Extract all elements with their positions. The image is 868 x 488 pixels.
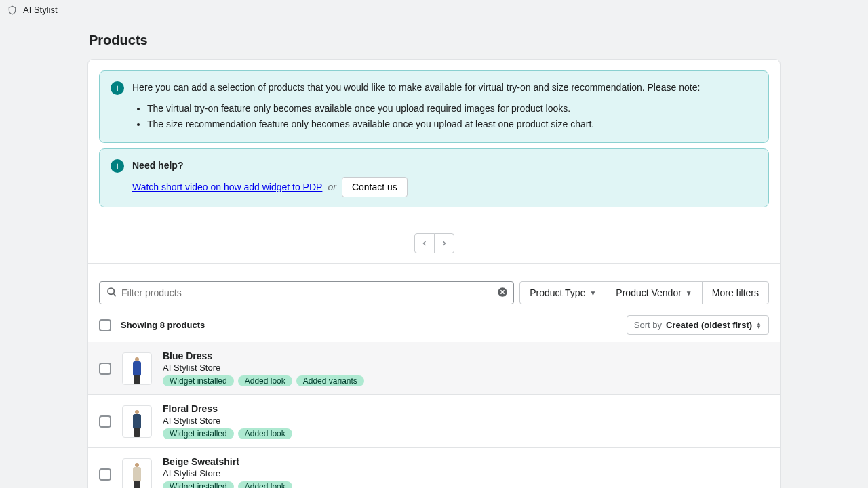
clear-search-icon[interactable]	[497, 287, 508, 300]
help-banner-title: Need help?	[132, 159, 757, 173]
svg-point-0	[108, 288, 114, 294]
product-tag: Added look	[238, 375, 292, 386]
product-thumbnail	[122, 352, 152, 385]
info-icon: i	[111, 159, 124, 173]
select-all-checkbox[interactable]	[99, 319, 111, 331]
info-banner-bullet: The virtual try-on feature only becomes …	[147, 102, 757, 116]
main-card: i Here you can add a selection of produc…	[87, 59, 781, 488]
prev-page-button[interactable]	[414, 233, 435, 253]
svg-line-1	[113, 293, 116, 296]
product-tag: Added look	[238, 481, 292, 488]
info-banner-text: Here you can add a selection of products…	[132, 81, 757, 95]
page-title: Products	[87, 33, 781, 59]
meta-row: Showing 8 products Sort by Created (olde…	[88, 315, 780, 342]
more-filters-button[interactable]: More filters	[702, 281, 769, 304]
search-input-wrap[interactable]	[99, 281, 514, 304]
product-list: Blue DressAI Stylist StoreWidget install…	[88, 342, 780, 488]
product-row[interactable]: Blue DressAI Stylist StoreWidget install…	[88, 342, 780, 394]
product-tag: Added variants	[296, 375, 364, 386]
info-icon: i	[111, 81, 124, 95]
product-vendor: AI Stylist Store	[163, 363, 769, 373]
contact-us-button[interactable]: Contact us	[342, 177, 408, 197]
sort-caret-icon: ▲▼	[756, 322, 762, 329]
row-checkbox[interactable]	[99, 363, 111, 375]
caret-down-icon: ▼	[589, 289, 596, 297]
product-tag: Widget installed	[163, 481, 234, 488]
filter-row: Product Type ▼ Product Vendor ▼ More fil…	[88, 264, 780, 315]
product-name: Beige Sweatshirt	[163, 456, 769, 467]
product-row[interactable]: Beige SweatshirtAI Stylist StoreWidget i…	[88, 447, 780, 488]
product-thumbnail	[122, 458, 152, 489]
product-name: Blue Dress	[163, 350, 769, 361]
sort-button[interactable]: Sort by Created (oldest first) ▲▼	[627, 315, 769, 335]
product-tag: Widget installed	[163, 375, 234, 386]
help-banner: i Need help? Watch short video on how ad…	[99, 148, 769, 207]
caret-down-icon: ▼	[686, 289, 692, 297]
watch-video-link[interactable]: Watch short video on how add widget to P…	[132, 180, 322, 195]
showing-count: Showing 8 products	[121, 320, 205, 330]
app-title: AI Stylist	[23, 5, 58, 15]
topbar: AI Stylist	[0, 0, 868, 20]
search-input[interactable]	[100, 282, 513, 304]
product-vendor: AI Stylist Store	[163, 468, 769, 479]
product-type-filter[interactable]: Product Type ▼	[519, 281, 606, 304]
product-row[interactable]: Floral DressAI Stylist StoreWidget insta…	[88, 394, 780, 447]
pagination	[88, 224, 780, 263]
product-tag: Widget installed	[163, 428, 234, 439]
info-banner: i Here you can add a selection of produc…	[99, 70, 769, 143]
info-banner-bullet: The size recommendation feature only bec…	[147, 117, 757, 131]
product-name: Floral Dress	[163, 403, 769, 414]
next-page-button[interactable]	[434, 233, 454, 253]
row-checkbox[interactable]	[99, 415, 111, 428]
app-logo-icon	[7, 5, 18, 16]
or-text: or	[328, 180, 336, 195]
product-vendor: AI Stylist Store	[163, 415, 769, 426]
product-thumbnail	[122, 405, 152, 438]
search-icon	[106, 287, 117, 300]
product-vendor-filter[interactable]: Product Vendor ▼	[606, 281, 702, 304]
row-checkbox[interactable]	[99, 468, 111, 481]
product-tag: Added look	[238, 428, 292, 439]
